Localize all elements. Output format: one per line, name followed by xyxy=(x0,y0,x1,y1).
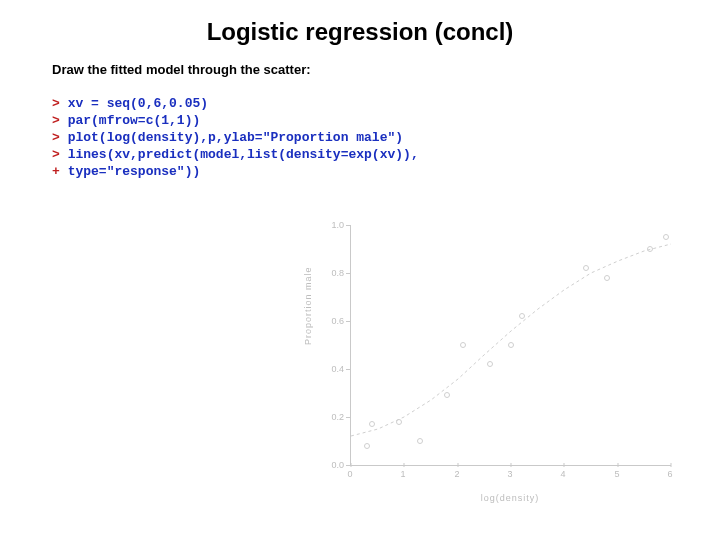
y-tick: 0.6 xyxy=(320,316,344,326)
x-tick: 3 xyxy=(507,469,512,479)
page-title: Logistic regression (concl) xyxy=(0,18,720,46)
y-tick: 0.0 xyxy=(320,460,344,470)
x-tick: 2 xyxy=(454,469,459,479)
code-line: plot(log(density),p,ylab="Proportion mal… xyxy=(68,130,403,145)
prompt: > xyxy=(52,113,60,128)
x-tick: 6 xyxy=(667,469,672,479)
x-tick: 0 xyxy=(347,469,352,479)
x-tick: 5 xyxy=(614,469,619,479)
y-tick: 0.2 xyxy=(320,412,344,422)
code-line: lines(xv,predict(model,list(density=exp(… xyxy=(68,147,419,162)
x-tick: 1 xyxy=(400,469,405,479)
subtitle: Draw the fitted model through the scatte… xyxy=(52,62,311,77)
prompt: > xyxy=(52,147,60,162)
y-tick: 0.8 xyxy=(320,268,344,278)
y-tick: 0.4 xyxy=(320,364,344,374)
y-tick: 1.0 xyxy=(320,220,344,230)
prompt: > xyxy=(52,130,60,145)
y-axis-label: Proportion male xyxy=(303,266,313,345)
prompt: + xyxy=(52,164,60,179)
fitted-curve xyxy=(351,225,671,465)
plot-area xyxy=(350,225,671,466)
code-block: > xv = seq(0,6,0.05) > par(mfrow=c(1,1))… xyxy=(52,78,419,180)
x-tick: 4 xyxy=(560,469,565,479)
code-line: par(mfrow=c(1,1)) xyxy=(68,113,201,128)
code-line: xv = seq(0,6,0.05) xyxy=(68,96,208,111)
chart: Proportion male log(density) 0.0 0.2 0.4… xyxy=(295,215,690,515)
slide: Logistic regression (concl) Draw the fit… xyxy=(0,0,720,540)
code-line: type="response")) xyxy=(68,164,201,179)
x-axis-label: log(density) xyxy=(350,493,670,503)
prompt: > xyxy=(52,96,60,111)
